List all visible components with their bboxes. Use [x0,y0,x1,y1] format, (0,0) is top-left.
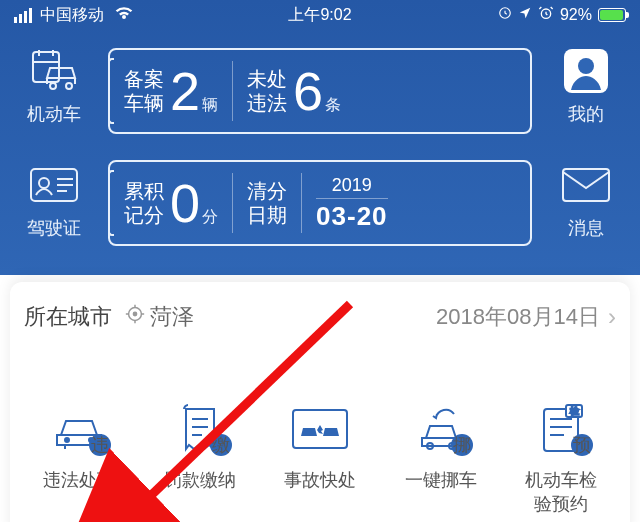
move-car-icon: 挪 [407,400,475,458]
nav-license[interactable]: 驾驶证 [27,162,81,240]
locate-icon [124,303,146,331]
car-calendar-icon [27,48,81,94]
city-row[interactable]: 所在城市 菏泽 2018年08月14日 › [24,302,616,332]
carrier-label: 中国移动 [40,5,104,26]
city-label: 所在城市 [24,302,112,332]
service-violation[interactable]: 违 违法处理 [24,390,134,516]
signal-icon [14,8,34,23]
service-move-car[interactable]: 挪 一键挪车 [386,390,496,516]
id-card-icon [27,162,81,208]
registered-vehicles-count: 2 [170,60,200,122]
nav-messages-label: 消息 [568,216,604,240]
badge-move: 挪 [451,434,473,456]
box2-lab1a: 累积 [124,179,164,203]
box2-lab2b: 日期 [247,203,287,227]
service-inspection[interactable]: 检 预 机动车检 验预约 [506,390,616,516]
battery-pct: 92% [560,6,592,24]
envelope-icon [559,162,613,208]
location-icon [518,6,532,24]
nav-messages[interactable]: 消息 [559,162,613,240]
nav-vehicle-label: 机动车 [27,102,81,126]
clock-label: 上午9:02 [288,5,351,26]
box1-unit2: 条 [325,95,341,116]
clear-year: 2019 [332,175,372,196]
points-count: 0 [170,172,200,234]
box2-lab1b: 记分 [124,203,164,227]
car-icon: 违 [45,400,113,458]
svg-point-11 [133,312,136,315]
svg-point-6 [39,178,49,188]
alarm-icon [538,5,554,25]
service-violation-label: 违法处理 [43,468,115,492]
city-date: 2018年08月14日 [436,302,600,332]
box1-lab1b: 车辆 [124,91,164,115]
service-move-label: 一键挪车 [405,468,477,492]
box2-unit1: 分 [202,207,218,228]
svg-point-12 [65,438,69,442]
badge-payment: 缴 [210,434,232,456]
battery-icon [598,8,626,22]
nav-profile[interactable]: 我的 [559,48,613,126]
wifi-icon [114,5,134,25]
nav-vehicle[interactable]: 机动车 [27,48,81,126]
summary-vehicles-box[interactable]: 备案车辆 2 辆 未处违法 6 条 [108,48,532,134]
main-panel: 所在城市 菏泽 2018年08月14日 › 违 违法处理 缴 罚款缴纳 [10,282,630,522]
box1-unit1: 辆 [202,95,218,116]
violations-count: 6 [293,60,323,122]
box1-lab2a: 未处 [247,67,287,91]
left-sidebar: 机动车 驾驶证 [14,48,94,246]
box2-lab2a: 清分 [247,179,287,203]
svg-rect-9 [563,169,609,201]
chevron-right-icon: › [608,303,616,331]
badge-inspect: 预 [571,434,593,456]
badge-violation: 违 [89,434,111,456]
clear-date: 03-20 [316,198,388,232]
user-icon [559,48,613,94]
box1-lab1a: 备案 [124,67,164,91]
collision-icon [286,400,354,458]
svg-text:检: 检 [570,406,579,416]
service-accident-label: 事故快处 [284,468,356,492]
summary-points-box[interactable]: 累积记分 0 分 清分日期 2019 03-20 [108,160,532,246]
service-payment-label: 罚款缴纳 [164,468,236,492]
service-accident[interactable]: 事故快处 [265,390,375,516]
inspection-icon: 检 预 [527,400,595,458]
svg-point-4 [66,83,72,89]
city-name: 菏泽 [150,302,194,332]
service-inspection-label: 机动车检 验预约 [525,468,597,516]
nav-license-label: 驾驶证 [27,216,81,240]
box1-lab2b: 违法 [247,91,287,115]
svg-point-8 [578,58,594,74]
service-icons: 违 违法处理 缴 罚款缴纳 事故快处 挪 一键挪车 检 [24,390,616,516]
service-payment[interactable]: 缴 罚款缴纳 [145,390,255,516]
nav-profile-label: 我的 [568,102,604,126]
receipt-icon: 缴 [166,400,234,458]
right-sidebar: 我的 消息 [546,48,626,246]
lock-icon [498,6,512,24]
status-bar: 中国移动 上午9:02 92% [0,0,640,30]
svg-point-3 [50,83,56,89]
